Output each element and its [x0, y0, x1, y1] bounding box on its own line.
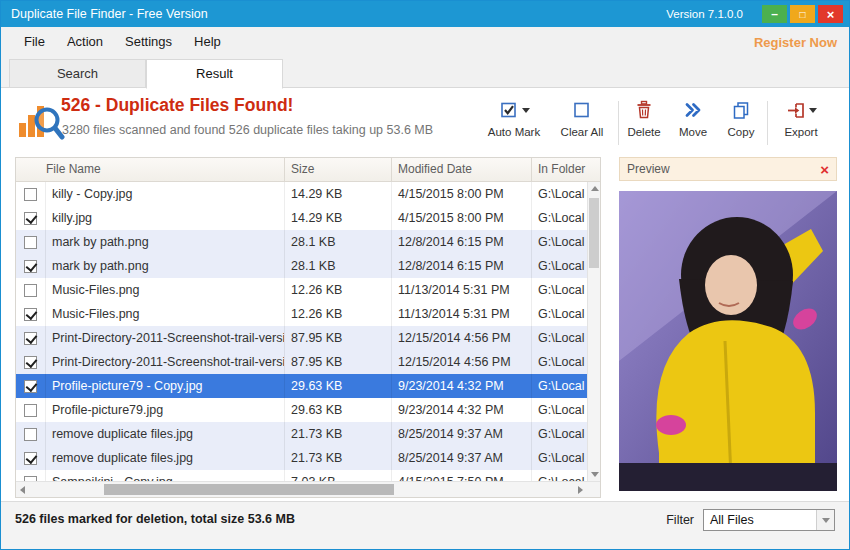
- table-row[interactable]: remove duplicate files.jpg 21.73 KB 8/25…: [16, 422, 587, 446]
- cell-modified: 4/15/2015 8:00 PM: [392, 206, 532, 230]
- vertical-scrollbar-thumb[interactable]: [589, 198, 599, 268]
- export-dropdown-caret-icon[interactable]: [809, 108, 817, 113]
- cell-folder: G:\Local Dis: [532, 422, 587, 446]
- filter-dropdown[interactable]: All Files: [703, 509, 835, 531]
- table-row[interactable]: Print-Directory-2011-Screenshot-trail-ve…: [16, 326, 587, 350]
- row-checkbox[interactable]: [24, 404, 37, 417]
- table-row[interactable]: Profile-picture79.jpg 29.63 KB 9/23/2014…: [16, 398, 587, 422]
- horizontal-scrollbar-thumb[interactable]: [104, 484, 394, 495]
- close-button[interactable]: ×: [818, 5, 843, 23]
- cell-modified: 11/13/2014 5:31 PM: [392, 302, 532, 326]
- filter-value: All Files: [710, 513, 754, 527]
- checked-checkbox-icon: [499, 100, 519, 120]
- copy-button[interactable]: Copy: [719, 100, 763, 138]
- move-button[interactable]: Move: [671, 100, 715, 138]
- marked-files-status: 526 files marked for deletion, total siz…: [15, 512, 295, 526]
- export-label: Export: [784, 126, 817, 138]
- row-checkbox[interactable]: [24, 188, 37, 201]
- filter-zone: Filter All Files: [666, 509, 835, 531]
- table-row[interactable]: Print-Directory-2011-Screenshot-trail-ve…: [16, 350, 587, 374]
- export-icon: [786, 100, 806, 120]
- move-label: Move: [679, 126, 707, 138]
- row-checkbox-cell: [16, 326, 46, 350]
- row-checkbox[interactable]: [24, 308, 37, 321]
- cell-modified: 9/23/2014 4:32 PM: [392, 398, 532, 422]
- scroll-up-icon[interactable]: [588, 182, 601, 195]
- maximize-button[interactable]: □: [790, 5, 815, 23]
- cell-name: mark by path.png: [46, 230, 285, 254]
- app-window: Duplicate File Finder - Free Version Ver…: [0, 0, 850, 550]
- table-row[interactable]: Music-Files.png 12.26 KB 11/13/2014 5:31…: [16, 302, 587, 326]
- export-button[interactable]: Export: [773, 100, 829, 138]
- status-bar: 526 files marked for deletion, total siz…: [1, 501, 849, 549]
- cell-size: 14.29 KB: [285, 182, 392, 206]
- table-row[interactable]: mark by path.png 28.1 KB 12/8/2014 6:15 …: [16, 230, 587, 254]
- table-row[interactable]: mark by path.png 28.1 KB 12/8/2014 6:15 …: [16, 254, 587, 278]
- cell-folder: G:\Local Dis: [532, 206, 587, 230]
- row-checkbox[interactable]: [24, 284, 37, 297]
- clear-all-label: Clear All: [561, 126, 604, 138]
- cell-name: Print-Directory-2011-Screenshot-trail-ve…: [46, 350, 285, 374]
- row-checkbox[interactable]: [24, 356, 37, 369]
- cell-name: Profile-picture79.jpg: [46, 398, 285, 422]
- results-table: File Name Size Modified Date In Folder k…: [15, 157, 601, 498]
- cell-modified: 8/25/2014 9:37 AM: [392, 422, 532, 446]
- table-body: killy - Copy.jpg 14.29 KB 4/15/2015 8:00…: [16, 182, 587, 481]
- column-header-in-folder[interactable]: In Folder: [532, 158, 600, 181]
- table-row[interactable]: Sampaikini - Copy.jpg 7.03 KB 4/15/2015 …: [16, 470, 587, 481]
- cell-size: 12.26 KB: [285, 278, 392, 302]
- row-checkbox[interactable]: [24, 212, 37, 225]
- auto-mark-button[interactable]: Auto Mark: [483, 100, 545, 138]
- menu-help[interactable]: Help: [183, 27, 232, 57]
- menu-action[interactable]: Action: [56, 27, 114, 57]
- row-checkbox[interactable]: [24, 428, 37, 441]
- column-header-modified-date[interactable]: Modified Date: [392, 158, 532, 181]
- row-checkbox-cell: [16, 350, 46, 374]
- table-row[interactable]: killy.jpg 14.29 KB 4/15/2015 8:00 PM G:\…: [16, 206, 587, 230]
- row-checkbox[interactable]: [24, 236, 37, 249]
- scan-results-icon: [17, 97, 65, 141]
- filter-dropdown-caret-icon[interactable]: [816, 510, 834, 530]
- tab-search[interactable]: Search: [9, 59, 146, 87]
- auto-mark-dropdown-caret-icon[interactable]: [522, 108, 530, 113]
- column-header-file-name[interactable]: File Name: [16, 158, 285, 181]
- row-checkbox-cell: [16, 398, 46, 422]
- menu-file[interactable]: File: [13, 27, 56, 57]
- toolbar-separator: [767, 101, 768, 145]
- cell-size: 21.73 KB: [285, 446, 392, 470]
- column-header-size[interactable]: Size: [285, 158, 392, 181]
- cell-name: remove duplicate files.jpg: [46, 422, 285, 446]
- horizontal-scrollbar[interactable]: [16, 481, 600, 497]
- row-checkbox[interactable]: [24, 332, 37, 345]
- menu-settings[interactable]: Settings: [114, 27, 183, 57]
- tab-result[interactable]: Result: [146, 59, 283, 89]
- cell-folder: G:\Local Dis: [532, 470, 587, 481]
- cell-name: killy.jpg: [46, 206, 285, 230]
- table-row[interactable]: Music-Files.png 12.26 KB 11/13/2014 5:31…: [16, 278, 587, 302]
- preview-header: Preview ×: [619, 157, 837, 181]
- row-checkbox[interactable]: [24, 452, 37, 465]
- cell-name: Sampaikini - Copy.jpg: [46, 470, 285, 481]
- row-checkbox[interactable]: [24, 260, 37, 273]
- register-now-link[interactable]: Register Now: [754, 35, 837, 50]
- title-bar: Duplicate File Finder - Free Version Ver…: [1, 1, 849, 27]
- table-row[interactable]: Profile-picture79 - Copy.jpg 29.63 KB 9/…: [16, 374, 587, 398]
- version-label: Version 7.1.0.0: [666, 8, 743, 20]
- scroll-right-icon[interactable]: [574, 483, 587, 496]
- preview-close-icon[interactable]: ×: [820, 162, 829, 177]
- table-row[interactable]: killy - Copy.jpg 14.29 KB 4/15/2015 8:00…: [16, 182, 587, 206]
- cell-size: 29.63 KB: [285, 374, 392, 398]
- row-checkbox[interactable]: [24, 380, 37, 393]
- cell-size: 14.29 KB: [285, 206, 392, 230]
- clear-all-button[interactable]: Clear All: [553, 100, 611, 138]
- scroll-down-icon[interactable]: [588, 468, 601, 481]
- vertical-scrollbar[interactable]: [587, 182, 600, 481]
- minimize-button[interactable]: –: [762, 5, 787, 23]
- delete-button[interactable]: Delete: [623, 100, 665, 138]
- menu-bar: File Action Settings Help Register Now: [1, 27, 849, 57]
- row-checkbox-cell: [16, 182, 46, 206]
- cell-size: 12.26 KB: [285, 302, 392, 326]
- table-row[interactable]: remove duplicate files.jpg 21.73 KB 8/25…: [16, 446, 587, 470]
- scroll-left-icon[interactable]: [16, 483, 29, 496]
- cell-size: 28.1 KB: [285, 254, 392, 278]
